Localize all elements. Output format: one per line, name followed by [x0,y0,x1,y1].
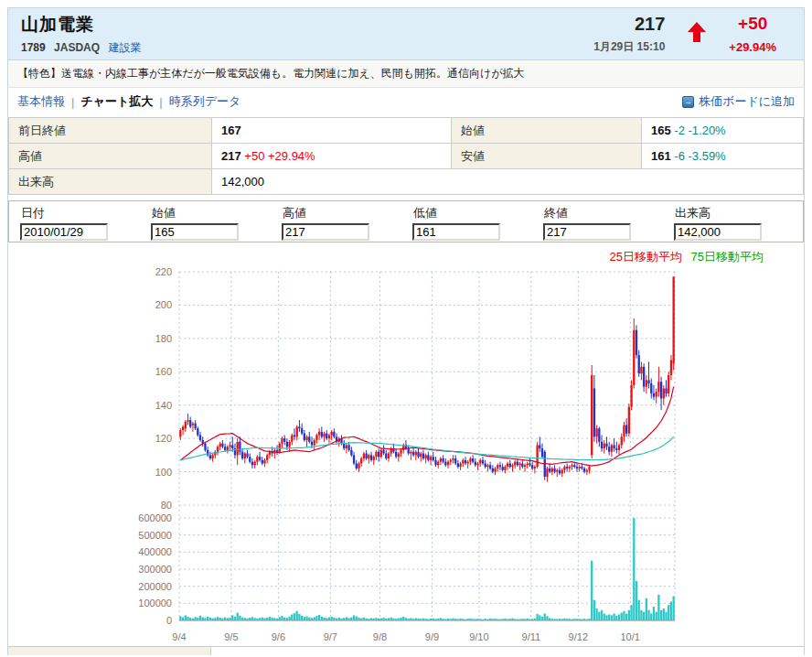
svg-text:120: 120 [155,433,172,444]
tab-chart-expand[interactable]: チャート拡大 [80,93,153,110]
svg-text:220: 220 [155,266,172,277]
open-column-label: 始値 [152,205,270,221]
high-column-label: 高値 [283,205,401,221]
svg-text:200: 200 [155,299,172,310]
svg-text:600000: 600000 [138,512,172,523]
stock-header: 山加電業 1789 JASDAQ 建設業 217 1月29日 15:10 +50… [8,7,804,60]
volume-label: 出来高 [9,169,212,195]
quote-table: 前日終値 167 始値 165 -2 -1.20% 高値 217 +50 +29… [8,117,804,195]
high-change: +50 +29.94% [241,149,315,163]
svg-text:10/1: 10/1 [621,631,640,642]
candlestick-chart-canvas: 2202001801601401201008060000050000040000… [8,242,804,646]
company-feature-text: 【特色】送電線・内線工事が主体だが一般電気設備も。電力関連に加え、民間も開拓。通… [8,60,804,88]
high-input[interactable] [282,223,369,241]
svg-text:9/12: 9/12 [569,631,588,642]
entry-col-date: 日付 [20,205,139,241]
svg-text:9/10: 9/10 [469,631,488,642]
svg-text:9/8: 9/8 [373,631,387,642]
table-row: 高値 217 +50 +29.94% 安値 161 -6 -3.59% [9,144,804,169]
svg-text:9/7: 9/7 [324,631,337,642]
svg-text:500000: 500000 [138,530,172,541]
svg-text:140: 140 [155,400,172,411]
svg-text:9/11: 9/11 [522,631,541,642]
svg-text:9/6: 9/6 [272,631,285,642]
entry-col-open: 始値 [151,205,270,241]
svg-text:0: 0 [166,615,172,626]
next-section-partial [8,646,804,655]
tab-timeseries[interactable]: 時系列データ [169,93,241,110]
low-column-label: 低値 [413,205,531,221]
price-change-percent: +29.94% [729,40,776,54]
quote-datetime: 1月29日 15:10 [593,39,665,55]
svg-text:100000: 100000 [138,598,172,609]
svg-text:80: 80 [161,500,172,511]
open-input[interactable] [151,223,239,241]
stock-identity: 山加電業 1789 JASDAQ 建設業 [21,13,593,56]
add-to-board-icon: → [682,96,694,108]
stock-chart: 25日移動平均 75日移動平均 220200180160140120100806… [8,242,804,646]
open-change: -2 -1.20% [671,124,726,137]
date-column-label: 日付 [21,205,139,221]
volume-column-label: 出来高 [675,205,793,221]
low-input[interactable] [412,223,500,241]
open-label: 始値 [452,118,642,144]
add-to-board-label: 株価ボードに追加 [699,93,795,110]
open-value: 165 [651,124,671,137]
next-section-label-cell [8,647,211,655]
volume-input[interactable] [674,223,762,241]
tab-separator: | [159,95,162,109]
up-arrow-icon [681,21,712,47]
entry-col-close: 終値 [543,205,662,241]
date-input[interactable] [20,223,108,241]
close-input[interactable] [543,223,631,241]
market-name: JASDAQ [54,41,100,54]
high-label: 高値 [9,144,212,169]
close-column-label: 終値 [544,205,662,221]
industry-link[interactable]: 建設業 [108,41,141,54]
volume-value: 142,000 [212,169,804,195]
tab-bar: 基本情報 | チャート拡大 | 時系列データ → 株価ボードに追加 [8,88,804,115]
low-label: 安値 [452,144,642,169]
svg-text:9/9: 9/9 [425,631,439,642]
add-to-board-button[interactable]: → 株価ボードに追加 [682,93,795,110]
svg-text:300000: 300000 [138,564,172,575]
stock-name: 山加電業 [21,13,593,37]
low-change: -6 -3.59% [671,149,726,163]
price-change: +50 [729,14,776,34]
svg-text:180: 180 [155,333,172,344]
entry-col-low: 低値 [412,205,531,241]
low-value: 161 [651,149,671,163]
current-price: 217 [593,14,665,35]
ohlc-entry-strip: 日付 始値 高値 低値 終値 出来高 [8,200,804,242]
svg-text:160: 160 [155,366,172,377]
entry-col-high: 高値 [282,205,401,241]
page-container: 山加電業 1789 JASDAQ 建設業 217 1月29日 15:10 +50… [7,7,805,655]
stock-code: 1789 [21,41,46,54]
svg-text:100: 100 [155,467,172,478]
svg-text:9/5: 9/5 [224,631,238,642]
prev-close-value: 167 [221,124,241,137]
svg-text:9/4: 9/4 [172,631,186,642]
tab-basic-info[interactable]: 基本情報 [17,93,65,110]
table-row: 前日終値 167 始値 165 -2 -1.20% [9,118,804,144]
prev-close-label: 前日終値 [9,118,212,144]
svg-text:200000: 200000 [138,581,172,592]
svg-text:400000: 400000 [138,546,172,557]
tab-separator: | [71,95,74,109]
entry-col-volume: 出来高 [674,205,793,241]
table-row: 出来高 142,000 [9,169,804,195]
high-value: 217 [221,149,241,163]
